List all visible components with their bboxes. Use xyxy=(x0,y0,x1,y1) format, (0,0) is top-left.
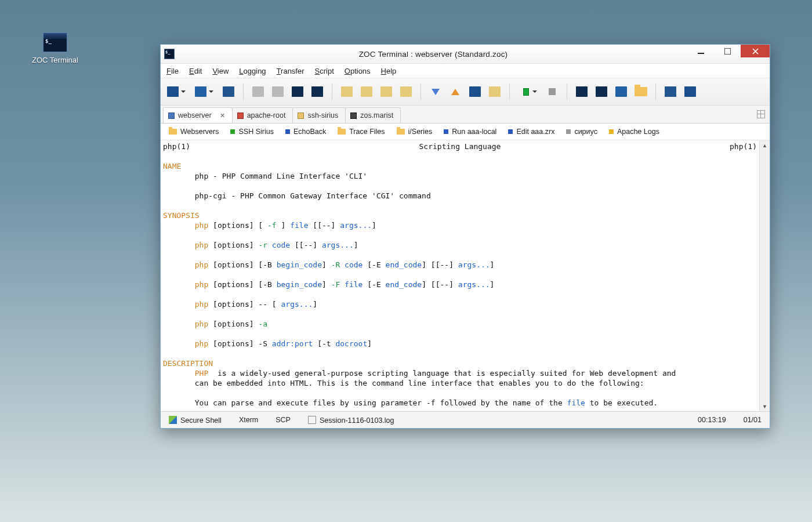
scrollbar[interactable]: ▲ ▼ xyxy=(759,140,770,411)
favorite-webservers[interactable]: Webservers xyxy=(169,128,219,136)
favorite-сириус[interactable]: сириус xyxy=(566,128,597,136)
favorite-label: i/Series xyxy=(408,128,433,136)
man-header-left: php(1) xyxy=(163,142,190,151)
menu-edit[interactable]: Edit xyxy=(189,67,202,75)
favorite-icon xyxy=(444,129,448,134)
toolbar-host-directory[interactable] xyxy=(164,83,182,100)
toolbar-nav-dark1[interactable] xyxy=(289,83,306,100)
paste-printer-icon xyxy=(400,86,412,97)
menu-help[interactable]: Help xyxy=(381,67,397,75)
tab-icon xyxy=(350,113,357,119)
paste-icon xyxy=(361,86,372,97)
tab-webserver[interactable]: webserver✕ xyxy=(163,107,233,123)
toolbar-download[interactable] xyxy=(427,83,444,100)
toolbar xyxy=(161,78,770,106)
menu-script[interactable]: Script xyxy=(315,67,334,75)
titlebar[interactable]: ZOC Terminal : webserver (Standard.zoc) xyxy=(161,45,770,64)
favorite-icon xyxy=(397,129,405,135)
favorite-apache-logs[interactable]: Apache Logs xyxy=(609,128,659,136)
favorite-icon xyxy=(285,129,290,134)
favorite-run-aaa-local[interactable]: Run aaa-local xyxy=(444,128,496,136)
favorite-label: Edit aaa.zrx xyxy=(516,128,554,136)
toolbar-separator xyxy=(655,84,656,100)
toolbar-paste-edit[interactable] xyxy=(378,83,395,100)
toolbar-separator xyxy=(332,84,332,100)
menu-logging[interactable]: Logging xyxy=(239,67,266,75)
scroll-up-icon[interactable]: ▲ xyxy=(760,140,770,150)
scroll-down-icon[interactable]: ▼ xyxy=(760,401,770,411)
toolbar-open-folder[interactable] xyxy=(632,83,650,100)
checkbox-icon[interactable] xyxy=(308,416,316,424)
toolbar-font-size[interactable] xyxy=(682,83,699,100)
close-tab-icon[interactable]: ✕ xyxy=(220,112,225,119)
section-description: DESCRIPTION xyxy=(163,359,213,368)
favorite-icon xyxy=(230,129,235,134)
favorite-label: Run aaa-local xyxy=(452,128,496,136)
paste-edit-icon xyxy=(380,86,392,97)
favorite-label: Webservers xyxy=(180,128,219,136)
menubar: File Edit View Logging Transfer Script O… xyxy=(161,64,770,78)
favorite-ssh-sirius[interactable]: SSH Sirius xyxy=(230,128,273,136)
toolbar-stop-script[interactable] xyxy=(543,83,561,100)
toolbar-keymap1[interactable] xyxy=(573,83,590,100)
section-synopsis: SYNOPSIS xyxy=(163,211,200,220)
tab-layout-icon[interactable] xyxy=(757,110,765,118)
open-folder-icon xyxy=(635,87,647,96)
toolbar-nav-tile2[interactable] xyxy=(269,83,287,100)
window-title: ZOC Terminal : webserver (Standard.zoc) xyxy=(179,50,687,59)
toolbar-paste-printer[interactable] xyxy=(397,83,415,100)
tab-label: webserver xyxy=(178,111,212,119)
toolbar-modem-lights[interactable] xyxy=(662,83,679,100)
menu-file[interactable]: File xyxy=(166,67,179,75)
favorite-icon xyxy=(566,129,571,134)
minimize-button[interactable] xyxy=(687,45,714,57)
favorite-label: сириус xyxy=(574,128,597,136)
status-position: 01/01 xyxy=(744,416,762,424)
favorite-icon xyxy=(338,129,346,135)
terminal-output[interactable]: php(1)Scripting Languagephp(1) NAME php … xyxy=(161,140,770,411)
tab-ssh-sirius[interactable]: ssh-sirius xyxy=(292,107,346,123)
desktop-shortcut[interactable]: ZOC Terminal xyxy=(29,32,81,64)
toolbar-keymap2[interactable] xyxy=(593,83,610,100)
status-terminal-type: Xterm xyxy=(239,416,258,424)
favorite-icon xyxy=(169,129,177,135)
toolbar-run-script[interactable] xyxy=(516,83,533,100)
toolbar-copy[interactable] xyxy=(338,83,356,100)
session-profile-icon xyxy=(615,86,627,97)
secure-shell-icon xyxy=(169,416,177,424)
tab-apache-root[interactable]: apache-root xyxy=(232,107,293,123)
menu-options[interactable]: Options xyxy=(345,67,371,75)
favorite-label: EchoBack xyxy=(293,128,326,136)
status-logfile[interactable]: Session-1116-0103.log xyxy=(308,416,394,425)
nav-tile2-icon xyxy=(272,86,284,97)
app-window: ZOC Terminal : webserver (Standard.zoc) … xyxy=(160,44,770,429)
man-header-right: php(1) xyxy=(730,142,757,151)
toolbar-quick-connect[interactable] xyxy=(192,83,209,100)
favorite-trace-files[interactable]: Trace Files xyxy=(338,128,385,136)
tab-label: apache-root xyxy=(247,111,286,119)
toolbar-session-profile[interactable] xyxy=(612,83,630,100)
toolbar-upload[interactable] xyxy=(447,83,464,100)
toolbar-paste[interactable] xyxy=(358,83,375,100)
maximize-button[interactable] xyxy=(714,45,741,57)
menu-transfer[interactable]: Transfer xyxy=(277,67,304,75)
tab-zos.marist[interactable]: zos.marist xyxy=(345,107,401,123)
menu-view[interactable]: View xyxy=(212,67,229,75)
toolbar-transfer-mode[interactable] xyxy=(466,83,484,100)
toolbar-new-session[interactable] xyxy=(220,83,237,100)
favorite-echoback[interactable]: EchoBack xyxy=(285,128,326,136)
favorite-i/series[interactable]: i/Series xyxy=(397,128,433,136)
favorite-icon xyxy=(508,129,513,134)
copy-icon xyxy=(341,86,353,97)
close-button[interactable] xyxy=(741,45,770,57)
nav-dark2-icon xyxy=(311,86,323,97)
favorite-icon xyxy=(609,129,614,134)
toolbar-nav-dark2[interactable] xyxy=(309,83,326,100)
toolbar-transfer-log[interactable] xyxy=(486,83,503,100)
favorite-edit-aaa.zrx[interactable]: Edit aaa.zrx xyxy=(508,128,554,136)
run-script-icon xyxy=(523,88,529,96)
toolbar-separator xyxy=(243,84,244,100)
download-icon xyxy=(432,89,440,95)
toolbar-nav-tile1[interactable] xyxy=(249,83,267,100)
tab-icon xyxy=(298,113,304,119)
